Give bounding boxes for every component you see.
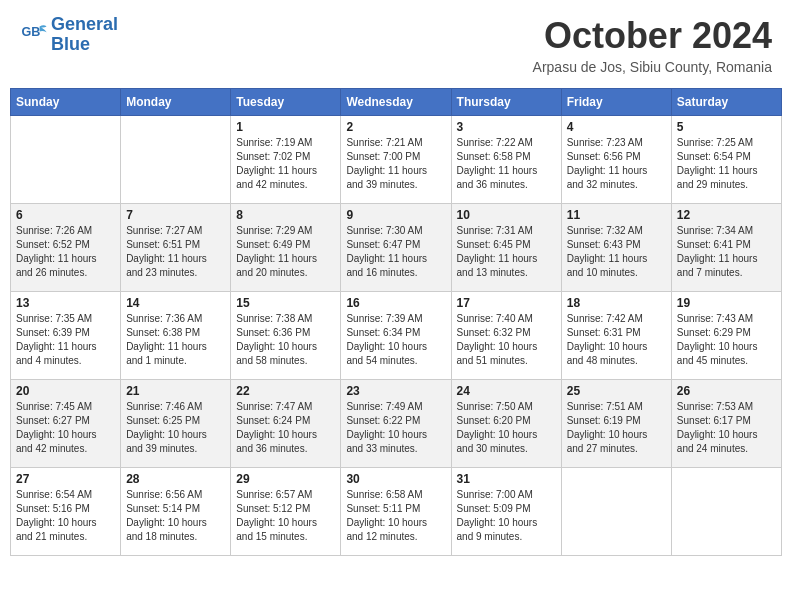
day-info: Sunrise: 7:42 AM Sunset: 6:31 PM Dayligh… bbox=[567, 312, 666, 368]
calendar-day-cell bbox=[671, 468, 781, 556]
calendar-table: SundayMondayTuesdayWednesdayThursdayFrid… bbox=[10, 88, 782, 556]
day-number: 6 bbox=[16, 208, 115, 222]
calendar-week-row: 13Sunrise: 7:35 AM Sunset: 6:39 PM Dayli… bbox=[11, 292, 782, 380]
calendar-day-cell: 14Sunrise: 7:36 AM Sunset: 6:38 PM Dayli… bbox=[121, 292, 231, 380]
calendar-day-cell: 6Sunrise: 7:26 AM Sunset: 6:52 PM Daylig… bbox=[11, 204, 121, 292]
day-number: 19 bbox=[677, 296, 776, 310]
day-number: 16 bbox=[346, 296, 445, 310]
day-number: 3 bbox=[457, 120, 556, 134]
weekday-header: Sunday bbox=[11, 89, 121, 116]
calendar-day-cell bbox=[121, 116, 231, 204]
calendar-day-cell: 12Sunrise: 7:34 AM Sunset: 6:41 PM Dayli… bbox=[671, 204, 781, 292]
day-info: Sunrise: 7:29 AM Sunset: 6:49 PM Dayligh… bbox=[236, 224, 335, 280]
calendar-day-cell: 15Sunrise: 7:38 AM Sunset: 6:36 PM Dayli… bbox=[231, 292, 341, 380]
calendar-week-row: 6Sunrise: 7:26 AM Sunset: 6:52 PM Daylig… bbox=[11, 204, 782, 292]
calendar-day-cell: 30Sunrise: 6:58 AM Sunset: 5:11 PM Dayli… bbox=[341, 468, 451, 556]
day-info: Sunrise: 7:32 AM Sunset: 6:43 PM Dayligh… bbox=[567, 224, 666, 280]
day-info: Sunrise: 6:57 AM Sunset: 5:12 PM Dayligh… bbox=[236, 488, 335, 544]
calendar-day-cell: 13Sunrise: 7:35 AM Sunset: 6:39 PM Dayli… bbox=[11, 292, 121, 380]
calendar-day-cell: 31Sunrise: 7:00 AM Sunset: 5:09 PM Dayli… bbox=[451, 468, 561, 556]
day-info: Sunrise: 7:35 AM Sunset: 6:39 PM Dayligh… bbox=[16, 312, 115, 368]
day-info: Sunrise: 7:31 AM Sunset: 6:45 PM Dayligh… bbox=[457, 224, 556, 280]
day-number: 28 bbox=[126, 472, 225, 486]
day-info: Sunrise: 7:51 AM Sunset: 6:19 PM Dayligh… bbox=[567, 400, 666, 456]
day-number: 4 bbox=[567, 120, 666, 134]
day-number: 31 bbox=[457, 472, 556, 486]
day-info: Sunrise: 7:36 AM Sunset: 6:38 PM Dayligh… bbox=[126, 312, 225, 368]
day-number: 14 bbox=[126, 296, 225, 310]
day-number: 5 bbox=[677, 120, 776, 134]
day-number: 23 bbox=[346, 384, 445, 398]
day-info: Sunrise: 7:49 AM Sunset: 6:22 PM Dayligh… bbox=[346, 400, 445, 456]
day-info: Sunrise: 7:46 AM Sunset: 6:25 PM Dayligh… bbox=[126, 400, 225, 456]
logo-icon: G B bbox=[20, 21, 48, 49]
calendar-day-cell: 11Sunrise: 7:32 AM Sunset: 6:43 PM Dayli… bbox=[561, 204, 671, 292]
calendar-day-cell: 18Sunrise: 7:42 AM Sunset: 6:31 PM Dayli… bbox=[561, 292, 671, 380]
calendar-day-cell: 26Sunrise: 7:53 AM Sunset: 6:17 PM Dayli… bbox=[671, 380, 781, 468]
day-info: Sunrise: 7:25 AM Sunset: 6:54 PM Dayligh… bbox=[677, 136, 776, 192]
day-number: 24 bbox=[457, 384, 556, 398]
day-number: 29 bbox=[236, 472, 335, 486]
day-number: 11 bbox=[567, 208, 666, 222]
day-number: 1 bbox=[236, 120, 335, 134]
day-info: Sunrise: 7:34 AM Sunset: 6:41 PM Dayligh… bbox=[677, 224, 776, 280]
day-number: 18 bbox=[567, 296, 666, 310]
svg-text:B: B bbox=[31, 25, 40, 39]
month-title: October 2024 bbox=[533, 15, 772, 57]
calendar-day-cell: 24Sunrise: 7:50 AM Sunset: 6:20 PM Dayli… bbox=[451, 380, 561, 468]
day-number: 27 bbox=[16, 472, 115, 486]
day-number: 17 bbox=[457, 296, 556, 310]
calendar-day-cell: 19Sunrise: 7:43 AM Sunset: 6:29 PM Dayli… bbox=[671, 292, 781, 380]
title-area: October 2024 Arpasu de Jos, Sibiu County… bbox=[533, 15, 772, 75]
day-info: Sunrise: 7:40 AM Sunset: 6:32 PM Dayligh… bbox=[457, 312, 556, 368]
day-info: Sunrise: 7:43 AM Sunset: 6:29 PM Dayligh… bbox=[677, 312, 776, 368]
calendar-day-cell: 8Sunrise: 7:29 AM Sunset: 6:49 PM Daylig… bbox=[231, 204, 341, 292]
weekday-header: Wednesday bbox=[341, 89, 451, 116]
day-info: Sunrise: 7:39 AM Sunset: 6:34 PM Dayligh… bbox=[346, 312, 445, 368]
day-number: 10 bbox=[457, 208, 556, 222]
day-info: Sunrise: 6:56 AM Sunset: 5:14 PM Dayligh… bbox=[126, 488, 225, 544]
page-header: G B General Blue October 2024 Arpasu de … bbox=[10, 10, 782, 80]
day-info: Sunrise: 6:54 AM Sunset: 5:16 PM Dayligh… bbox=[16, 488, 115, 544]
calendar-day-cell: 28Sunrise: 6:56 AM Sunset: 5:14 PM Dayli… bbox=[121, 468, 231, 556]
day-number: 22 bbox=[236, 384, 335, 398]
calendar-day-cell: 21Sunrise: 7:46 AM Sunset: 6:25 PM Dayli… bbox=[121, 380, 231, 468]
svg-text:G: G bbox=[21, 25, 31, 39]
calendar-day-cell: 27Sunrise: 6:54 AM Sunset: 5:16 PM Dayli… bbox=[11, 468, 121, 556]
location-subtitle: Arpasu de Jos, Sibiu County, Romania bbox=[533, 59, 772, 75]
day-number: 20 bbox=[16, 384, 115, 398]
day-number: 26 bbox=[677, 384, 776, 398]
weekday-header: Friday bbox=[561, 89, 671, 116]
calendar-day-cell: 29Sunrise: 6:57 AM Sunset: 5:12 PM Dayli… bbox=[231, 468, 341, 556]
day-number: 15 bbox=[236, 296, 335, 310]
calendar-day-cell: 7Sunrise: 7:27 AM Sunset: 6:51 PM Daylig… bbox=[121, 204, 231, 292]
weekday-header: Monday bbox=[121, 89, 231, 116]
calendar-day-cell: 20Sunrise: 7:45 AM Sunset: 6:27 PM Dayli… bbox=[11, 380, 121, 468]
calendar-week-row: 27Sunrise: 6:54 AM Sunset: 5:16 PM Dayli… bbox=[11, 468, 782, 556]
calendar-day-cell: 16Sunrise: 7:39 AM Sunset: 6:34 PM Dayli… bbox=[341, 292, 451, 380]
day-number: 8 bbox=[236, 208, 335, 222]
day-number: 12 bbox=[677, 208, 776, 222]
day-info: Sunrise: 7:30 AM Sunset: 6:47 PM Dayligh… bbox=[346, 224, 445, 280]
day-info: Sunrise: 7:45 AM Sunset: 6:27 PM Dayligh… bbox=[16, 400, 115, 456]
weekday-header: Thursday bbox=[451, 89, 561, 116]
calendar-week-row: 20Sunrise: 7:45 AM Sunset: 6:27 PM Dayli… bbox=[11, 380, 782, 468]
day-info: Sunrise: 7:00 AM Sunset: 5:09 PM Dayligh… bbox=[457, 488, 556, 544]
calendar-day-cell bbox=[561, 468, 671, 556]
calendar-day-cell: 5Sunrise: 7:25 AM Sunset: 6:54 PM Daylig… bbox=[671, 116, 781, 204]
calendar-week-row: 1Sunrise: 7:19 AM Sunset: 7:02 PM Daylig… bbox=[11, 116, 782, 204]
calendar-day-cell: 10Sunrise: 7:31 AM Sunset: 6:45 PM Dayli… bbox=[451, 204, 561, 292]
calendar-day-cell: 3Sunrise: 7:22 AM Sunset: 6:58 PM Daylig… bbox=[451, 116, 561, 204]
day-info: Sunrise: 7:26 AM Sunset: 6:52 PM Dayligh… bbox=[16, 224, 115, 280]
day-info: Sunrise: 7:27 AM Sunset: 6:51 PM Dayligh… bbox=[126, 224, 225, 280]
day-info: Sunrise: 7:47 AM Sunset: 6:24 PM Dayligh… bbox=[236, 400, 335, 456]
calendar-day-cell: 22Sunrise: 7:47 AM Sunset: 6:24 PM Dayli… bbox=[231, 380, 341, 468]
logo: G B General Blue bbox=[20, 15, 118, 55]
day-info: Sunrise: 7:38 AM Sunset: 6:36 PM Dayligh… bbox=[236, 312, 335, 368]
calendar-day-cell: 25Sunrise: 7:51 AM Sunset: 6:19 PM Dayli… bbox=[561, 380, 671, 468]
calendar-day-cell: 2Sunrise: 7:21 AM Sunset: 7:00 PM Daylig… bbox=[341, 116, 451, 204]
calendar-day-cell: 23Sunrise: 7:49 AM Sunset: 6:22 PM Dayli… bbox=[341, 380, 451, 468]
day-number: 13 bbox=[16, 296, 115, 310]
day-number: 9 bbox=[346, 208, 445, 222]
day-number: 30 bbox=[346, 472, 445, 486]
